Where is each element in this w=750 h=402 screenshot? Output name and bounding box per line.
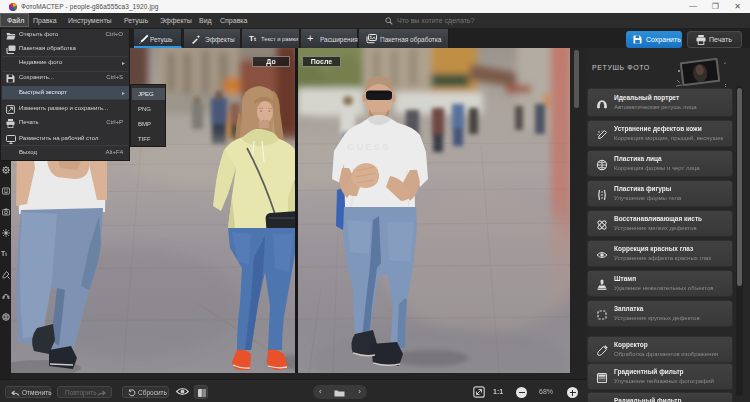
svg-text:GUESS: GUESS: [347, 141, 390, 152]
